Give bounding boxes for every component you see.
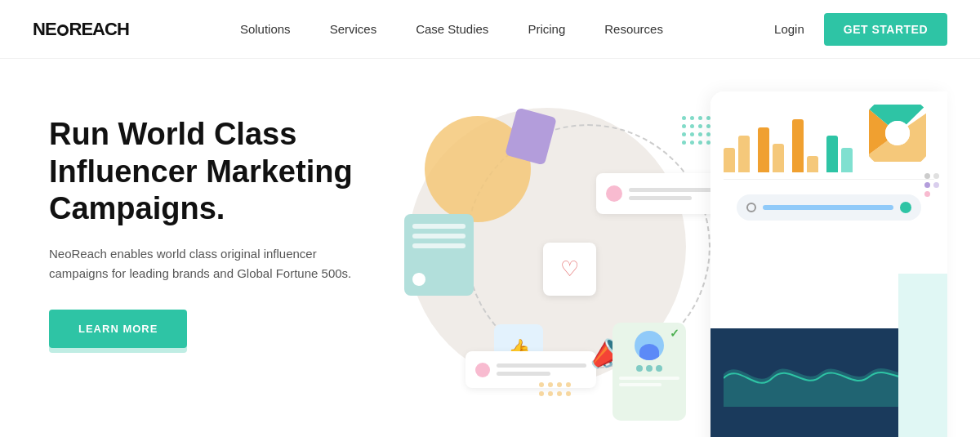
profile-dots: [636, 365, 662, 372]
checkmark-icon: ✓: [670, 327, 679, 340]
document-card: [404, 214, 474, 296]
doc-line-1: [412, 224, 466, 229]
login-button[interactable]: Login: [774, 22, 804, 36]
profile-card: ✓: [612, 323, 686, 421]
hero-illustration: ♡ 👍 📣 ✓: [359, 91, 947, 437]
profile-line-1: [619, 377, 679, 380]
hero-section: Run World Class Influencer Marketing Cam…: [0, 59, 980, 437]
doc-line-2: [412, 234, 466, 239]
pie-chart: [869, 105, 934, 170]
nav-solutions[interactable]: Solutions: [240, 22, 291, 36]
chat-line-3: [497, 363, 586, 368]
teal-side-panel: [898, 274, 947, 437]
logo: NEREACH: [33, 19, 129, 40]
dot-1: [636, 365, 643, 372]
chat-lines-bottom: [497, 363, 586, 376]
get-started-button[interactable]: GET STARTED: [824, 13, 947, 46]
chat-avatar-bottom: [475, 363, 490, 377]
nav-case-studies[interactable]: Case Studies: [416, 22, 488, 36]
profile-line-2: [619, 383, 662, 386]
search-fill: [763, 205, 893, 210]
nav-services[interactable]: Services: [330, 22, 377, 36]
avatar-body: [639, 344, 659, 360]
nav-resources[interactable]: Resources: [604, 22, 663, 36]
profile-lines: [619, 377, 679, 386]
learn-more-button[interactable]: LEARN MORE: [49, 310, 187, 348]
chat-bubble-bottom: [466, 351, 596, 388]
doc-line-3: [412, 243, 466, 248]
search-dot: [900, 202, 911, 213]
heart-icon: ♡: [560, 256, 579, 282]
hero-subtitle: NeoReach enables world class original in…: [49, 244, 359, 283]
chat-avatar-top: [606, 185, 622, 202]
navbar: NEREACH Solutions Services Case Studies …: [0, 0, 980, 59]
dot-3: [656, 365, 662, 372]
dot-2: [646, 365, 653, 372]
doc-dot: [412, 273, 425, 286]
hero-title: Run World Class Influencer Marketing Cam…: [49, 116, 359, 228]
search-icon: [746, 203, 756, 212]
nav-links: Solutions Services Case Studies Pricing …: [240, 22, 663, 37]
decorative-circles: [924, 173, 939, 197]
panel-top: [710, 91, 947, 240]
profile-avatar: [635, 331, 664, 360]
chat-line-4: [497, 372, 550, 376]
nav-pricing[interactable]: Pricing: [528, 22, 565, 36]
svg-point-3: [885, 121, 910, 145]
yellow-dots-pattern: [539, 382, 571, 396]
hero-text: Run World Class Influencer Marketing Cam…: [49, 91, 359, 348]
nav-right: Login GET STARTED: [774, 13, 947, 46]
heart-card: ♡: [543, 243, 596, 296]
chat-line-2: [629, 196, 692, 200]
search-bar-panel: [737, 194, 921, 221]
